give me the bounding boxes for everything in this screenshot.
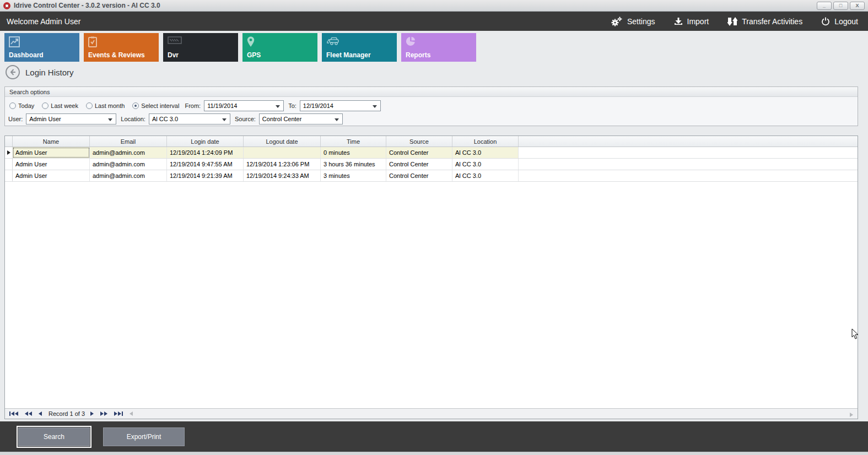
- chevron-down-icon: [276, 105, 280, 108]
- settings-label: Settings: [627, 17, 655, 26]
- cell-name[interactable]: Admin User: [13, 147, 90, 158]
- cell-time[interactable]: 3 hours 36 minutes: [321, 159, 386, 170]
- location-label: Location:: [121, 116, 145, 122]
- cell-source[interactable]: Control Center: [386, 170, 452, 181]
- cell-logout-date[interactable]: [244, 147, 321, 158]
- radio-today-icon: [9, 102, 16, 109]
- logout-button[interactable]: Logout: [821, 17, 858, 26]
- to-date-value: 12/19/2014: [303, 102, 333, 109]
- maximize-button[interactable]: □: [833, 2, 848, 10]
- tile-gps[interactable]: GPS: [242, 33, 317, 62]
- search-options-panel: Search options Today Last week Last mont…: [4, 86, 858, 126]
- vehicles-icon: [326, 36, 341, 47]
- prev-record-button[interactable]: [39, 411, 42, 416]
- radio-select-interval[interactable]: Select interval: [132, 102, 179, 109]
- location-dropdown[interactable]: Al CC 3.0: [149, 113, 230, 124]
- chevron-down-icon: [108, 118, 112, 121]
- tile-dashboard-label: Dashboard: [9, 51, 44, 59]
- page-title: Login History: [25, 68, 74, 77]
- title-bar: Idrive Control Center - 3.0.2 version - …: [0, 0, 868, 12]
- prev-page-button[interactable]: [25, 411, 32, 416]
- import-button[interactable]: Import: [674, 17, 709, 26]
- table-row[interactable]: Admin User admin@admin.com 12/19/2014 9:…: [5, 170, 858, 182]
- transfer-activities-button[interactable]: Transfer Activities: [727, 17, 802, 26]
- row-selector-cell: [5, 159, 13, 170]
- next-record-button[interactable]: [90, 411, 94, 416]
- cell-login-date[interactable]: 12/19/2014 9:21:39 AM: [167, 170, 244, 181]
- cell-name[interactable]: Admin User: [13, 170, 90, 181]
- cell-source[interactable]: Control Center: [386, 159, 452, 170]
- record-counter: Record 1 of 3: [48, 410, 85, 417]
- radio-last-week[interactable]: Last week: [42, 102, 78, 109]
- cell-time[interactable]: 0 minutes: [321, 147, 386, 158]
- grid-header-source[interactable]: Source: [386, 136, 452, 147]
- grid-header-location[interactable]: Location: [452, 136, 519, 147]
- close-button[interactable]: X: [850, 2, 865, 10]
- grid-header-login-date[interactable]: Login date: [167, 136, 244, 147]
- radio-select-interval-label: Select interval: [141, 102, 179, 109]
- cell-location[interactable]: Al CC 3.0: [452, 159, 519, 170]
- cell-email[interactable]: admin@admin.com: [90, 159, 167, 170]
- grid-header-filler: [519, 136, 858, 147]
- cell-email[interactable]: admin@admin.com: [90, 147, 167, 158]
- grid-header-time[interactable]: Time: [321, 136, 386, 147]
- table-row[interactable]: Admin User admin@admin.com 12/19/2014 1:…: [5, 147, 858, 159]
- last-record-button[interactable]: [114, 411, 123, 416]
- grid-empty-area: [5, 182, 858, 408]
- current-row-marker-icon: [7, 150, 10, 155]
- hscroll-left-arrow[interactable]: [130, 411, 133, 416]
- chevron-down-icon: [373, 105, 377, 108]
- cell-location[interactable]: Al CC 3.0: [452, 170, 519, 181]
- source-dropdown[interactable]: Control Center: [259, 113, 343, 124]
- tile-reports[interactable]: Reports: [401, 33, 476, 62]
- radio-last-month[interactable]: Last month: [86, 102, 125, 109]
- clipboard-check-icon: [88, 36, 97, 48]
- source-label: Source:: [235, 116, 256, 122]
- from-date-picker[interactable]: 11/19/2014: [204, 100, 284, 111]
- chart-line-icon: [9, 36, 20, 48]
- interval-radio-group: Today Last week Last month Select interv…: [9, 102, 179, 109]
- back-button[interactable]: [6, 65, 20, 79]
- tile-dashboard[interactable]: Dashboard: [4, 33, 79, 62]
- cell-email[interactable]: admin@admin.com: [90, 170, 167, 181]
- export-print-button[interactable]: Export/Print: [103, 427, 185, 446]
- to-date-picker[interactable]: 12/19/2014: [300, 100, 381, 111]
- cell-location[interactable]: Al CC 3.0: [452, 147, 519, 158]
- transfer-activities-label: Transfer Activities: [742, 17, 802, 26]
- tile-events-reviews[interactable]: Events & Reviews: [84, 33, 159, 62]
- user-dropdown[interactable]: Admin User: [26, 113, 116, 124]
- minimize-button[interactable]: _: [817, 2, 832, 10]
- first-record-button[interactable]: [9, 411, 18, 416]
- settings-button[interactable]: Settings: [611, 17, 655, 26]
- import-label: Import: [687, 17, 709, 26]
- cell-logout-date[interactable]: 12/19/2014 9:24:33 AM: [244, 170, 321, 181]
- tile-dvr[interactable]: Dvr: [163, 33, 238, 62]
- radio-today[interactable]: Today: [9, 102, 34, 109]
- grid-header-email[interactable]: Email: [90, 136, 167, 147]
- login-history-grid: Name Email Login date Logout date Time S…: [4, 136, 858, 419]
- cell-source[interactable]: Control Center: [386, 147, 452, 158]
- logout-label: Logout: [834, 17, 858, 26]
- next-page-button[interactable]: [100, 411, 107, 416]
- cell-name[interactable]: Admin User: [13, 159, 90, 170]
- radio-last-week-label: Last week: [51, 102, 78, 109]
- grid-header-logout-date[interactable]: Logout date: [244, 136, 321, 147]
- top-bar: Welcome Admin User Setti: [0, 12, 868, 31]
- cell-login-date[interactable]: 12/19/2014 1:24:09 PM: [167, 147, 244, 158]
- radio-last-week-icon: [42, 102, 48, 109]
- cell-login-date[interactable]: 12/19/2014 9:47:55 AM: [167, 159, 244, 170]
- cell-logout-date[interactable]: 12/19/2014 1:23:06 PM: [244, 159, 321, 170]
- app-logo-icon: [3, 2, 10, 9]
- tile-fleet-manager[interactable]: Fleet Manager: [322, 33, 397, 62]
- mouse-cursor: [851, 328, 859, 341]
- cell-time[interactable]: 3 minutes: [321, 170, 386, 181]
- map-pin-icon: [247, 36, 255, 48]
- pie-chart-icon: [406, 36, 416, 47]
- table-row[interactable]: Admin User admin@admin.com 12/19/2014 9:…: [5, 159, 858, 170]
- grid-header-name[interactable]: Name: [13, 136, 90, 147]
- up-down-arrows-icon: [727, 17, 737, 26]
- window-title: Idrive Control Center - 3.0.2 version - …: [14, 2, 160, 9]
- search-button[interactable]: Search: [18, 427, 90, 446]
- row-filler: [519, 170, 858, 181]
- hscroll-right-arrow[interactable]: [850, 411, 853, 418]
